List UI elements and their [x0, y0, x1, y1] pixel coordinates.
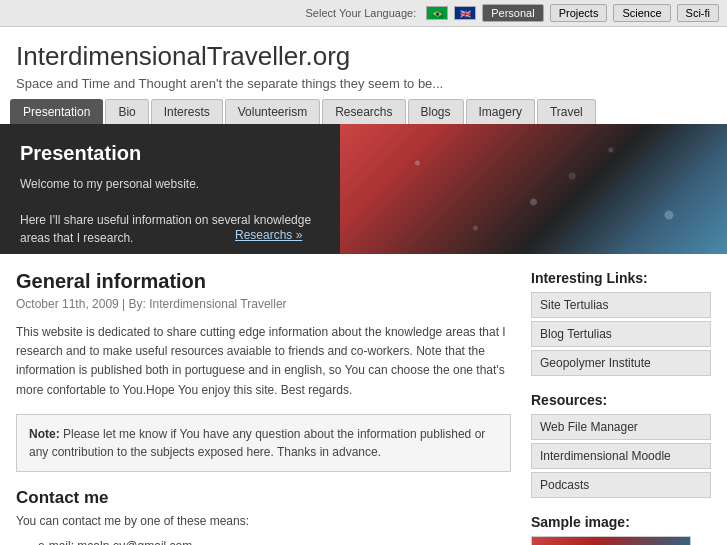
tab-imagery[interactable]: Imagery [466, 99, 535, 124]
note-box: Note: Please let me know if You have any… [16, 414, 511, 472]
site-header: InterdimensionalTraveller.org Space and … [0, 27, 727, 99]
sample-image [531, 536, 691, 545]
hero-line1: Welcome to my personal website. [20, 177, 199, 191]
article-body: This website is dedicated to share cutti… [16, 323, 511, 400]
nav-projects-button[interactable]: Projects [550, 4, 608, 22]
interesting-links-section: Interesting Links: Site Tertulias Blog T… [531, 270, 711, 376]
hero-researchs-link[interactable]: Researchs » [235, 228, 302, 242]
hero-title: Presentation [20, 142, 320, 165]
contact-desc: You can contact me by one of these means… [16, 514, 511, 528]
rain-drops-decoration [340, 124, 727, 254]
top-bar: Select Your Language: 🇧🇷 🇬🇧 Personal Pro… [0, 0, 727, 27]
interesting-links-title: Interesting Links: [531, 270, 711, 286]
contact-list: e-mail: mcaln.ev@gmail.com msn: mcaln_ev… [16, 536, 511, 545]
flag-br-button[interactable]: 🇧🇷 [426, 6, 448, 20]
tab-travel[interactable]: Travel [537, 99, 596, 124]
flag-en-button[interactable]: 🇬🇧 [454, 6, 476, 20]
tab-bio[interactable]: Bio [105, 99, 148, 124]
tab-bar: Presentation Bio Interests Volunteerism … [0, 99, 727, 124]
main-content: General information October 11th, 2009 |… [16, 270, 531, 545]
sidebar-link-moodle[interactable]: Interdimensional Moodle [531, 443, 711, 469]
sample-image-title: Sample image: [531, 514, 711, 530]
list-item: e-mail: mcaln.ev@gmail.com [38, 536, 511, 545]
sidebar-link-site-tertulias[interactable]: Site Tertulias [531, 292, 711, 318]
site-tagline: Space and Time and Thought aren't the se… [16, 76, 711, 91]
nav-scifi-button[interactable]: Sci-fi [677, 4, 719, 22]
tab-presentation[interactable]: Presentation [10, 99, 103, 124]
site-title: InterdimensionalTraveller.org [16, 41, 711, 72]
article-meta: October 11th, 2009 | By: Interdimensiona… [16, 297, 511, 311]
tab-interests[interactable]: Interests [151, 99, 223, 124]
hero-text-area: Presentation Welcome to my personal webs… [0, 124, 340, 254]
lang-label: Select Your Language: [306, 7, 417, 19]
article-title: General information [16, 270, 511, 293]
sidebar-link-geopolymer[interactable]: Geopolymer Institute [531, 350, 711, 376]
contact-heading: Contact me [16, 488, 511, 508]
main-layout: General information October 11th, 2009 |… [0, 254, 727, 545]
sample-image-section: Sample image: [531, 514, 711, 545]
resources-section: Resources: Web File Manager Interdimensi… [531, 392, 711, 498]
tab-blogs[interactable]: Blogs [408, 99, 464, 124]
tab-researchs[interactable]: Researchs [322, 99, 405, 124]
hero-banner: Presentation Welcome to my personal webs… [0, 124, 727, 254]
note-label: Note: [29, 427, 60, 441]
note-text: Please let me know if You have any quest… [29, 427, 485, 459]
nav-science-button[interactable]: Science [613, 4, 670, 22]
hero-image [340, 124, 727, 254]
tab-volunteerism[interactable]: Volunteerism [225, 99, 320, 124]
nav-personal-button[interactable]: Personal [482, 4, 543, 22]
sidebar-link-blog-tertulias[interactable]: Blog Tertulias [531, 321, 711, 347]
resources-title: Resources: [531, 392, 711, 408]
sample-image-decoration [532, 537, 690, 545]
sidebar: Interesting Links: Site Tertulias Blog T… [531, 270, 711, 545]
sidebar-link-web-file-manager[interactable]: Web File Manager [531, 414, 711, 440]
sidebar-link-podcasts[interactable]: Podcasts [531, 472, 711, 498]
